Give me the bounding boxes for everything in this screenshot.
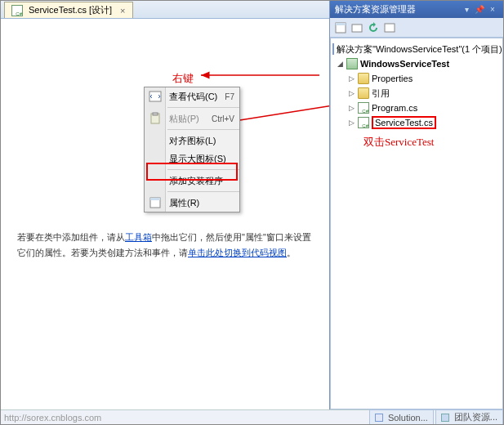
node-label: WindowsServiceTest <box>360 59 449 69</box>
document-tab[interactable]: ServiceTest.cs [设计] × <box>4 2 133 18</box>
svg-rect-6 <box>150 198 160 200</box>
solution-icon <box>375 414 383 422</box>
menu-label: 对齐图标(L) <box>169 135 216 147</box>
node-label: Properties <box>372 74 413 83</box>
csproj-icon <box>346 58 358 69</box>
tree-program-node[interactable]: ▷ Program.cs <box>332 101 501 115</box>
tab-title: ServiceTest.cs [设计] <box>29 4 112 16</box>
svg-rect-10 <box>385 24 395 32</box>
svg-rect-8 <box>336 23 346 25</box>
menu-align-icons[interactable]: 对齐图标(L) <box>145 132 239 150</box>
expand-icon[interactable]: ▷ <box>347 74 356 83</box>
help-text-part: 。 <box>287 248 296 257</box>
tool-window-tabs: Solution... 团队资源... <box>369 409 504 425</box>
annotation-right-click: 右键 <box>172 71 194 86</box>
help-text-part: 若要在类中添加组件，请从 <box>17 232 125 242</box>
tab-solution-explorer[interactable]: Solution... <box>369 409 434 425</box>
close-icon[interactable]: × <box>120 6 125 16</box>
solution-toolbar <box>330 18 503 38</box>
panel-title-bar[interactable]: 解决方案资源管理器 ▾ 📌 × <box>330 1 503 18</box>
document-tab-bar: ServiceTest.cs [设计] × <box>1 1 329 19</box>
tree-project-node[interactable]: ◢ WindowsServiceTest <box>332 56 501 71</box>
menu-separator <box>167 107 239 108</box>
designer-help-text: 若要在类中添加组件，请从工具箱中拖出它们，然后使用"属性"窗口来设置它们的属性。… <box>17 230 311 261</box>
solution-tree[interactable]: 解决方案"WindowsServiceTest"(1 个项目) ◢ Window… <box>330 38 503 409</box>
menu-label: 属性(R) <box>169 197 199 209</box>
close-icon[interactable]: × <box>487 5 498 15</box>
view-code-icon[interactable] <box>382 20 397 35</box>
solution-icon <box>332 43 334 55</box>
node-label: ServiceTest.cs <box>372 116 436 129</box>
code-view-link[interactable]: 单击此处切换到代码视图 <box>188 248 287 257</box>
properties-icon <box>149 196 162 209</box>
tree-references-node[interactable]: ▷ 引用 <box>332 86 501 101</box>
csharp-icon <box>358 117 369 128</box>
tab-label: Solution... <box>388 413 428 423</box>
solution-explorer-panel: 解决方案资源管理器 ▾ 📌 × 解决方案"WindowsServiceTest"… <box>329 1 503 409</box>
tree-properties-node[interactable]: ▷ Properties <box>332 71 501 86</box>
menu-separator <box>167 129 239 130</box>
toolbox-link[interactable]: 工具箱 <box>125 232 152 242</box>
menu-paste[interactable]: 粘贴(P) Ctrl+V <box>145 110 239 128</box>
expand-icon[interactable]: ▷ <box>347 89 356 98</box>
folder-icon <box>358 73 369 84</box>
menu-label: 查看代码(C) <box>169 91 217 103</box>
panel-title: 解决方案资源管理器 <box>335 3 416 16</box>
references-icon <box>358 87 369 99</box>
dropdown-icon[interactable]: ▾ <box>461 5 472 15</box>
menu-separator <box>167 191 239 192</box>
highlight-add-installer <box>146 163 238 181</box>
node-label: 引用 <box>372 87 390 100</box>
code-icon <box>149 90 162 103</box>
menu-properties[interactable]: 属性(R) <box>145 194 239 212</box>
tab-team-explorer[interactable]: 团队资源... <box>435 409 503 425</box>
svg-rect-4 <box>153 113 158 115</box>
tree-solution-node[interactable]: 解决方案"WindowsServiceTest"(1 个项目) <box>332 42 501 56</box>
node-label: Program.cs <box>372 103 417 113</box>
watermark-url: http://sorex.cnblogs.com <box>1 413 101 423</box>
csharp-icon <box>11 5 23 16</box>
tab-label: 团队资源... <box>454 411 497 423</box>
show-all-icon[interactable] <box>350 20 364 35</box>
svg-rect-9 <box>352 25 362 32</box>
context-menu: 查看代码(C) F7 粘贴(P) Ctrl+V 对齐图标(L) 显示大图标(S)… <box>144 87 240 212</box>
collapse-icon[interactable]: ◢ <box>336 60 345 69</box>
team-icon <box>441 414 449 422</box>
menu-label: 粘贴(P) <box>169 113 199 125</box>
component-designer-surface[interactable] <box>1 19 329 409</box>
svg-rect-2 <box>149 92 161 101</box>
annotation-double-click: 双击ServiceTest <box>364 135 503 150</box>
menu-shortcut: F7 <box>225 92 234 101</box>
pin-icon[interactable]: 📌 <box>474 5 485 15</box>
menu-view-code[interactable]: 查看代码(C) F7 <box>145 87 239 105</box>
node-label: 解决方案"WindowsServiceTest"(1 个项目) <box>337 43 502 56</box>
refresh-icon[interactable] <box>366 20 381 35</box>
expand-icon[interactable]: ▷ <box>347 104 356 113</box>
paste-icon <box>149 112 162 125</box>
menu-shortcut: Ctrl+V <box>212 114 234 123</box>
tree-servicetest-node[interactable]: ▷ ServiceTest.cs <box>332 115 501 130</box>
csharp-icon <box>358 102 369 114</box>
properties-icon[interactable] <box>333 20 348 35</box>
expand-icon[interactable]: ▷ <box>347 119 356 128</box>
status-bar: http://sorex.cnblogs.com Solution... 团队资… <box>1 409 504 424</box>
